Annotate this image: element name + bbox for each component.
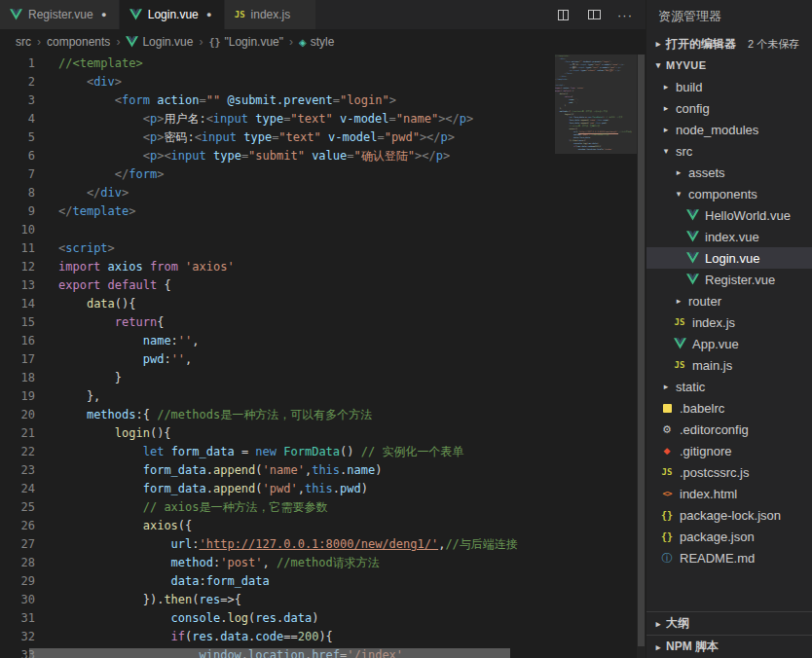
line-number[interactable]: 13 [0, 276, 35, 295]
line-number[interactable]: 27 [0, 535, 35, 554]
code-line-16[interactable]: name:'', [58, 332, 555, 350]
line-number[interactable]: 2 [0, 73, 35, 91]
line-number[interactable]: 23 [0, 461, 35, 480]
tree-item-.gitignore[interactable]: ◆.gitignore [646, 440, 812, 461]
gutter[interactable]: 1234567891011121314151617181920212223242… [0, 55, 46, 658]
workspace-root-header[interactable]: ▾ MYVUE [646, 55, 812, 76]
vertical-scrollbar-thumb[interactable] [638, 55, 645, 646]
split-editor-icon[interactable] [554, 6, 572, 23]
code-line-14[interactable]: data(){ [58, 295, 555, 313]
breadcrumb-item-5[interactable]: ◈style [299, 35, 334, 49]
line-number[interactable]: 21 [0, 424, 35, 443]
line-number[interactable]: 29 [0, 572, 35, 591]
line-number[interactable]: 14 [0, 295, 35, 313]
line-number[interactable]: 28 [0, 554, 35, 572]
code-line-18[interactable]: } [58, 369, 555, 387]
editor[interactable]: 1234567891011121314151617181920212223242… [0, 55, 646, 658]
code-line-7[interactable]: </form> [58, 165, 555, 184]
line-number[interactable]: 10 [0, 221, 35, 239]
line-number[interactable]: 4 [0, 110, 35, 128]
line-number[interactable]: 12 [0, 258, 35, 276]
line-number[interactable]: 19 [0, 387, 35, 406]
line-number[interactable]: 22 [0, 443, 35, 461]
line-number[interactable]: 30 [0, 591, 35, 609]
line-number[interactable]: 7 [0, 165, 35, 184]
line-number[interactable]: 31 [0, 609, 35, 628]
breadcrumb-item-1[interactable]: src [16, 35, 31, 49]
code-line-8[interactable]: </div> [58, 184, 555, 202]
code-line-15[interactable]: return{ [58, 313, 555, 332]
tree-item-Register.vue[interactable]: Register.vue [646, 269, 812, 290]
code-line-30[interactable]: }).then(res=>{ [58, 591, 555, 609]
tree-item-assets[interactable]: ▸assets [646, 162, 812, 183]
code-line-11[interactable]: <script> [58, 239, 555, 258]
tree-item-components[interactable]: ▾components [646, 183, 812, 204]
line-number[interactable]: 6 [0, 147, 35, 165]
tree-item-.babelrc[interactable]: .babelrc [646, 397, 812, 419]
tree-item-node_modules[interactable]: ▸node_modules [646, 119, 812, 140]
tree-item-package.json[interactable]: {}package.json [646, 526, 812, 547]
more-actions-icon[interactable]: ··· [616, 6, 634, 23]
minimap-slider[interactable] [555, 55, 637, 154]
open-editors-header[interactable]: ▸ 打开的编辑器 2 个未保存 [646, 33, 812, 55]
line-number[interactable]: 32 [0, 628, 35, 646]
sidebar-section-2[interactable]: ▸NPM 脚本 [646, 635, 812, 658]
code-line-5[interactable]: <p>密码:<input type="text" v-model="pwd"><… [58, 128, 555, 147]
breadcrumb-item-4[interactable]: {}"Login.vue" [208, 35, 283, 49]
code-line-29[interactable]: data:form_data [58, 572, 555, 591]
tree-item-config[interactable]: ▸config [646, 97, 812, 119]
minimap[interactable]: //<template> <div> <form action="" @subm… [555, 55, 637, 658]
tree-item-index.html[interactable]: <>index.html [646, 483, 812, 504]
line-number[interactable]: 11 [0, 239, 35, 258]
line-number[interactable]: 24 [0, 480, 35, 498]
code-lines[interactable]: //<template> <div> <form action="" @subm… [46, 55, 555, 658]
code-line-1[interactable]: //<template> [58, 55, 555, 73]
line-number[interactable]: 1 [0, 55, 35, 73]
vertical-scrollbar[interactable] [637, 55, 646, 658]
line-number[interactable]: 18 [0, 369, 35, 387]
line-number[interactable]: 20 [0, 406, 35, 424]
tree-item-main.js[interactable]: JSmain.js [646, 354, 812, 376]
tree-item-build[interactable]: ▸build [646, 76, 812, 97]
tab-Register.vue[interactable]: Register.vue● [0, 0, 120, 29]
line-number[interactable]: 5 [0, 128, 35, 147]
horizontal-scrollbar-thumb[interactable] [29, 648, 510, 658]
tree-item-index.js[interactable]: JSindex.js [646, 311, 812, 333]
breadcrumb-item-2[interactable]: components [47, 35, 110, 49]
code-line-6[interactable]: <p><input type="submit" value="确认登陆"></p… [58, 147, 555, 165]
code-line-13[interactable]: export default { [58, 276, 555, 295]
tree-item-package-lock.json[interactable]: {}package-lock.json [646, 504, 812, 526]
code-line-27[interactable]: url:'http://127.0.0.1:8000/new/deng1/',/… [58, 535, 555, 554]
tree-item-README.md[interactable]: ⓘREADME.md [646, 547, 812, 568]
code-line-32[interactable]: if(res.data.code==200){ [58, 628, 555, 646]
tree-item-.editorconfig[interactable]: ⚙.editorconfig [646, 419, 812, 440]
code-line-31[interactable]: console.log(res.data) [58, 609, 555, 628]
line-number[interactable]: 26 [0, 517, 35, 535]
code-line-22[interactable]: let form_data = new FormData() // 实例化一个表… [58, 443, 555, 461]
code-line-2[interactable]: <div> [58, 73, 555, 91]
code-line-4[interactable]: <p>用户名:<input type="text" v-model="name"… [58, 110, 555, 128]
tree-item-HelloWorld.vue[interactable]: HelloWorld.vue [646, 204, 812, 226]
tab-dirty-indicator[interactable]: ● [204, 10, 214, 19]
code-line-17[interactable]: pwd:'', [58, 350, 555, 369]
line-number[interactable]: 25 [0, 498, 35, 517]
tree-item-Login.vue[interactable]: Login.vue [646, 247, 812, 269]
line-number[interactable]: 15 [0, 313, 35, 332]
breadcrumb-item-3[interactable]: Login.vue [126, 35, 193, 49]
code-line-12[interactable]: import axios from 'axios' [58, 258, 555, 276]
editor-layout-icon[interactable] [585, 6, 603, 23]
line-number[interactable]: 17 [0, 350, 35, 369]
tab-Login.vue[interactable]: Login.vue● [120, 0, 225, 29]
line-number[interactable]: 8 [0, 184, 35, 202]
code-line-23[interactable]: form_data.append('name',this.name) [58, 461, 555, 480]
horizontal-scrollbar[interactable] [29, 648, 552, 658]
code-line-10[interactable] [58, 221, 555, 239]
code-line-20[interactable]: methods:{ //methods是一种方法，可以有多个方法 [58, 406, 555, 424]
code-line-25[interactable]: // axios是一种方法，它需要参数 [58, 498, 555, 517]
line-number[interactable]: 3 [0, 91, 35, 110]
sidebar-section-1[interactable]: ▸大纲 [646, 611, 812, 635]
code-line-9[interactable]: </template> [58, 202, 555, 221]
code-line-26[interactable]: axios({ [58, 517, 555, 535]
code-line-24[interactable]: form_data.append('pwd',this.pwd) [58, 480, 555, 498]
line-number[interactable]: 16 [0, 332, 35, 350]
